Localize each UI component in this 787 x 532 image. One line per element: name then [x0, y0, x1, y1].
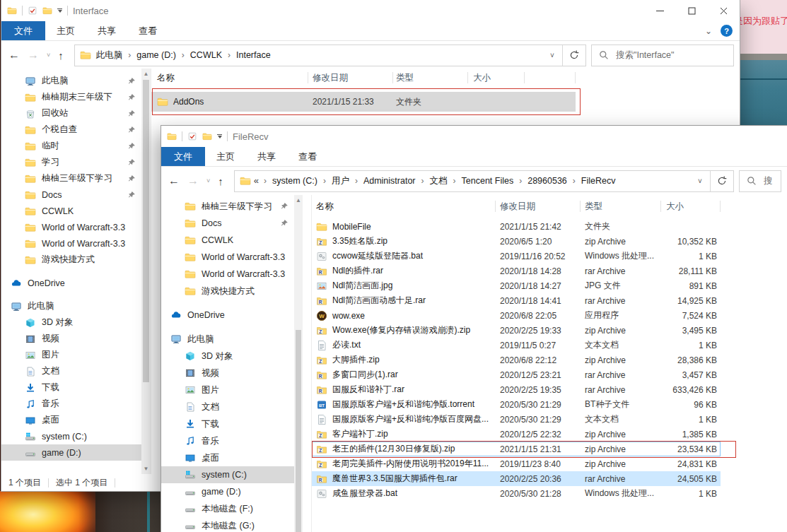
tab-view[interactable]: 查看 — [287, 147, 328, 166]
scrollbar-thumb[interactable] — [296, 330, 301, 532]
qat-customize-dropdown-icon[interactable] — [57, 8, 62, 13]
sidebar-item[interactable]: CCWLK — [1, 203, 141, 219]
sidebar-item[interactable]: game (D:) — [1, 444, 141, 461]
sidebar-item[interactable]: Docs — [1, 187, 141, 203]
sidebar-item[interactable]: game (D:) — [161, 483, 294, 500]
sidebar-item[interactable]: 视频 — [161, 365, 294, 382]
recent-locations-icon[interactable]: ˅ — [206, 177, 210, 184]
sidebar-item[interactable]: 3D 对象 — [1, 314, 141, 331]
forward-button[interactable]: → — [187, 175, 199, 187]
address-bar[interactable]: «›system (C:)›用户›Administrator›文档›Tencen… — [234, 170, 734, 192]
refresh-icon[interactable] — [710, 171, 733, 191]
file-row[interactable]: 国服原版客户端+反和谐纯净版百度网盘...2020/5/30 21:29文本文档… — [312, 412, 721, 427]
file-row[interactable]: MobileFile2021/1/15 21:42文件夹 — [312, 219, 721, 234]
sidebar-item[interactable]: 下载 — [1, 379, 141, 396]
sidebar-item[interactable]: 学习 — [1, 154, 141, 170]
qat-customize-dropdown-icon[interactable] — [217, 134, 222, 139]
titlebar[interactable]: Interface — [1, 0, 740, 21]
sidebar-item[interactable]: system (C:) — [161, 466, 294, 483]
scroll-down-icon[interactable]: ▼ — [141, 463, 151, 474]
file-row[interactable]: Z老王的插件(12月30日修复版).zip2021/1/15 21:31zip … — [312, 442, 721, 456]
breadcrumb-segment[interactable]: CCWLK — [188, 50, 224, 60]
file-row[interactable]: R魔兽世界3.3.5国服大脚插件包.rar2020/2/25 20:36rar … — [312, 471, 721, 486]
sidebar-item[interactable]: 桌面 — [161, 449, 294, 466]
sidebar-item[interactable]: 音乐 — [161, 432, 294, 449]
file-row[interactable]: Z老周完美插件-内附使用说明书2019年11...2019/11/23 8:40… — [312, 456, 721, 471]
up-button[interactable]: ↑ — [58, 49, 64, 61]
file-row[interactable]: ZWow.exe(修复内存错误游戏崩溃).zip2020/2/25 19:33z… — [312, 323, 721, 338]
sidebar-item[interactable]: 柚柚三年级下学习 — [161, 198, 294, 215]
breadcrumb-segment[interactable]: game (D:) — [134, 50, 178, 60]
breadcrumb-segment[interactable]: 用户 — [330, 175, 351, 187]
column-size[interactable]: 大小 — [468, 69, 525, 87]
titlebar[interactable]: FileRecv — [161, 126, 787, 147]
search-box[interactable]: 搜索"Interface" — [591, 45, 734, 66]
sidebar-item[interactable]: 视频 — [1, 331, 141, 347]
tab-file[interactable]: 文件 — [1, 21, 45, 40]
sidebar-scrollbar[interactable]: ▲ ▼ — [141, 69, 151, 474]
sidebar-item[interactable]: 柚柚三年级下学习 — [1, 170, 141, 187]
sidebar-item[interactable]: World of Warcraft-3.3 — [1, 219, 141, 235]
breadcrumb-segment[interactable]: Administrator — [361, 176, 418, 186]
file-row[interactable]: 咸鱼服登录器.bat2020/5/30 21:28Windows 批处理...1… — [312, 486, 721, 501]
sidebar-item[interactable]: 本地磁盘 (G:) — [161, 517, 294, 532]
file-row[interactable]: RNdl的插件.rar2020/1/18 14:28rar Archive28,… — [312, 264, 721, 278]
sidebar-item[interactable]: 图片 — [1, 347, 141, 363]
new-folder-icon[interactable] — [202, 131, 212, 141]
recent-locations-icon[interactable]: ˅ — [47, 52, 50, 59]
properties-check-icon[interactable] — [28, 6, 37, 16]
column-type[interactable]: 类型 — [581, 195, 661, 218]
file-row[interactable]: Z客户端补丁.zip2020/12/5 22:32zip Archive1,38… — [312, 427, 721, 442]
search-box[interactable]: 搜 — [739, 170, 781, 192]
column-date[interactable]: 修改日期 — [496, 195, 581, 218]
sidebar-item[interactable]: World of Warcraft-3.3 — [1, 235, 141, 252]
sidebar-item[interactable]: 此电脑 — [1, 73, 141, 89]
breadcrumb-overflow[interactable]: « — [254, 175, 260, 187]
sidebar-item[interactable]: 桌面 — [1, 412, 141, 428]
tab-home[interactable]: 主页 — [45, 21, 86, 40]
address-dropdown-icon[interactable]: ˅ — [542, 52, 562, 59]
help-icon[interactable]: ? — [721, 25, 733, 37]
sidebar-item[interactable]: 柚柚期末三年级下 — [1, 89, 141, 105]
file-row[interactable]: R国服反和谐补丁.rar2020/2/25 19:35rar Archive63… — [312, 382, 721, 397]
breadcrumb-segment[interactable]: Interface — [234, 50, 273, 60]
tab-share[interactable]: 共享 — [86, 21, 127, 40]
sidebar-item[interactable]: 图片 — [161, 382, 294, 398]
forward-button[interactable]: → — [28, 49, 39, 61]
tab-home[interactable]: 主页 — [205, 147, 246, 166]
sidebar-item[interactable]: 下载 — [161, 415, 294, 432]
file-row[interactable]: RNdl简洁画面动感十足.rar2020/1/18 14:41rar Archi… — [312, 293, 721, 308]
sidebar-item[interactable]: 此电脑 — [161, 331, 294, 348]
file-row[interactable]: BT国服原版客户端+反和谐纯净版.torrent2020/5/30 21:29B… — [312, 397, 721, 412]
sidebar-item[interactable]: CCWLK — [161, 232, 294, 249]
sidebar-scrollbar[interactable]: ▲ — [294, 195, 303, 532]
tab-file[interactable]: 文件 — [161, 147, 205, 166]
file-row[interactable]: Z3.35姓名版.zip2020/6/5 1:20zip Archive10,3… — [312, 234, 721, 249]
address-dropdown-icon[interactable]: ˅ — [690, 177, 710, 185]
sidebar-item[interactable]: 3D 对象 — [161, 348, 294, 365]
sidebar-item[interactable]: 回收站 — [1, 105, 141, 122]
file-row[interactable]: Ndl简洁画面.jpg2020/1/18 14:27JPG 文件891 KB — [312, 278, 721, 293]
sidebar-item[interactable]: 游戏快捷方式 — [161, 283, 294, 300]
breadcrumb-segment[interactable]: FileRecv — [579, 176, 618, 186]
back-button[interactable]: ← — [168, 175, 180, 187]
sidebar-item[interactable]: 本地磁盘 (F:) — [161, 500, 294, 517]
minimize-button[interactable] — [644, 0, 676, 21]
breadcrumb-segment[interactable]: 28960536 — [525, 176, 569, 186]
breadcrumb-segment[interactable]: 文档 — [428, 175, 450, 187]
file-row[interactable]: ccwow延续版登陆器.bat2019/11/16 20:52Windows 批… — [312, 249, 721, 264]
column-date[interactable]: 修改日期 — [308, 69, 393, 87]
breadcrumb-segment[interactable]: Tencent Files — [460, 176, 516, 186]
column-type[interactable]: 类型 — [393, 69, 468, 87]
scroll-up-icon[interactable]: ▲ — [294, 195, 303, 206]
new-folder-icon[interactable] — [42, 6, 52, 16]
file-row[interactable]: 必读.txt2019/11/5 0:27文本文档1 KB — [312, 338, 721, 353]
sidebar-item[interactable]: 个税自查 — [1, 122, 141, 138]
file-row[interactable]: Wwow.exe2020/6/8 22:05应用程序7,524 KB — [312, 308, 721, 323]
sidebar-item[interactable]: Docs — [161, 215, 294, 232]
ribbon-collapse-icon[interactable]: ⌄ — [705, 26, 712, 36]
address-bar[interactable]: 此电脑›game (D:)›CCWLK›Interface ˅ — [74, 45, 586, 66]
sidebar-item[interactable]: World of Warcraft-3.3 — [161, 249, 294, 266]
sidebar-item[interactable]: 游戏快捷方式 — [1, 252, 141, 268]
sidebar-item[interactable]: 临时 — [1, 138, 141, 154]
